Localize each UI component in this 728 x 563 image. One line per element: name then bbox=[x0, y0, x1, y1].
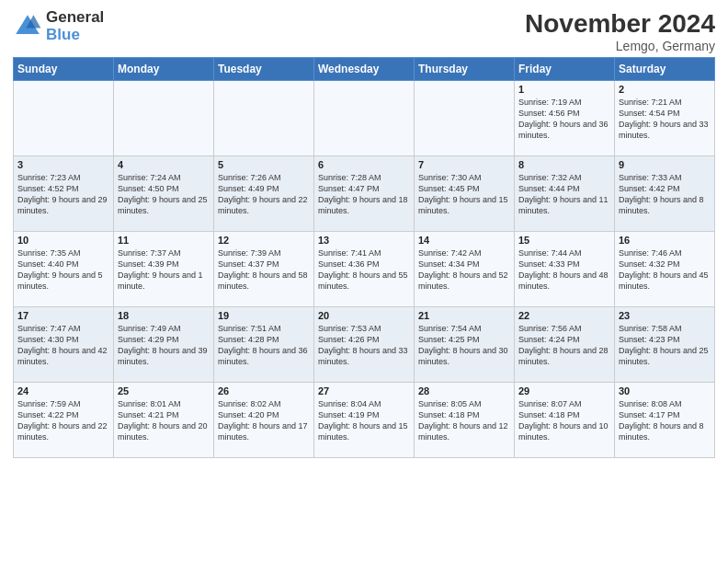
calendar-cell bbox=[314, 81, 415, 156]
day-number: 24 bbox=[17, 385, 109, 396]
day-info: Sunrise: 7:51 AM Sunset: 4:28 PM Dayligh… bbox=[218, 323, 310, 368]
day-number: 15 bbox=[518, 235, 610, 246]
day-info: Sunrise: 7:24 AM Sunset: 4:50 PM Dayligh… bbox=[118, 172, 210, 217]
calendar-header: SundayMondayTuesdayWednesdayThursdayFrid… bbox=[14, 58, 715, 81]
day-info: Sunrise: 7:35 AM Sunset: 4:40 PM Dayligh… bbox=[17, 247, 109, 293]
day-number: 28 bbox=[418, 385, 510, 396]
header-day: Tuesday bbox=[214, 58, 314, 81]
day-info: Sunrise: 7:54 AM Sunset: 4:25 PM Dayligh… bbox=[418, 323, 510, 368]
calendar-cell: 30Sunrise: 8:08 AM Sunset: 4:17 PM Dayli… bbox=[615, 383, 715, 458]
calendar-cell: 14Sunrise: 7:42 AM Sunset: 4:34 PM Dayli… bbox=[415, 232, 515, 307]
day-info: Sunrise: 7:23 AM Sunset: 4:52 PM Dayligh… bbox=[17, 172, 109, 217]
day-number: 17 bbox=[17, 310, 109, 321]
day-info: Sunrise: 7:41 AM Sunset: 4:36 PM Dayligh… bbox=[318, 247, 410, 293]
calendar-week-row: 10Sunrise: 7:35 AM Sunset: 4:40 PM Dayli… bbox=[14, 232, 715, 307]
calendar-cell: 13Sunrise: 7:41 AM Sunset: 4:36 PM Dayli… bbox=[314, 232, 415, 307]
day-number: 18 bbox=[118, 310, 210, 321]
day-number: 3 bbox=[17, 159, 109, 170]
day-number: 12 bbox=[218, 235, 310, 246]
day-number: 19 bbox=[218, 310, 310, 321]
day-info: Sunrise: 7:59 AM Sunset: 4:22 PM Dayligh… bbox=[17, 398, 109, 443]
logo-line2: Blue bbox=[46, 27, 104, 44]
day-number: 10 bbox=[17, 235, 109, 246]
calendar-cell: 17Sunrise: 7:47 AM Sunset: 4:30 PM Dayli… bbox=[14, 307, 114, 383]
day-info: Sunrise: 7:28 AM Sunset: 4:47 PM Dayligh… bbox=[318, 172, 410, 217]
calendar-cell: 5Sunrise: 7:26 AM Sunset: 4:49 PM Daylig… bbox=[214, 156, 314, 232]
calendar-cell: 20Sunrise: 7:53 AM Sunset: 4:26 PM Dayli… bbox=[314, 307, 415, 383]
day-info: Sunrise: 7:37 AM Sunset: 4:39 PM Dayligh… bbox=[118, 247, 210, 293]
calendar-cell: 23Sunrise: 7:58 AM Sunset: 4:23 PM Dayli… bbox=[615, 307, 715, 383]
day-info: Sunrise: 7:39 AM Sunset: 4:37 PM Dayligh… bbox=[218, 247, 310, 293]
calendar-cell: 16Sunrise: 7:46 AM Sunset: 4:32 PM Dayli… bbox=[615, 232, 715, 307]
day-info: Sunrise: 7:46 AM Sunset: 4:32 PM Dayligh… bbox=[619, 247, 711, 293]
day-number: 26 bbox=[218, 385, 310, 396]
day-info: Sunrise: 8:07 AM Sunset: 4:18 PM Dayligh… bbox=[518, 398, 610, 443]
day-number: 8 bbox=[518, 159, 610, 170]
calendar-cell bbox=[14, 81, 114, 156]
header-day: Sunday bbox=[14, 58, 114, 81]
day-info: Sunrise: 8:05 AM Sunset: 4:18 PM Dayligh… bbox=[418, 398, 510, 443]
day-number: 20 bbox=[318, 310, 410, 321]
calendar-cell: 2Sunrise: 7:21 AM Sunset: 4:54 PM Daylig… bbox=[615, 81, 715, 156]
day-number: 4 bbox=[118, 159, 210, 170]
calendar-cell: 4Sunrise: 7:24 AM Sunset: 4:50 PM Daylig… bbox=[114, 156, 214, 232]
calendar-cell: 3Sunrise: 7:23 AM Sunset: 4:52 PM Daylig… bbox=[14, 156, 114, 232]
logo: General Blue bbox=[13, 9, 104, 43]
day-number: 1 bbox=[518, 84, 610, 95]
calendar-cell bbox=[415, 81, 515, 156]
day-number: 23 bbox=[619, 310, 711, 321]
day-info: Sunrise: 7:33 AM Sunset: 4:42 PM Dayligh… bbox=[619, 172, 711, 217]
calendar-cell: 15Sunrise: 7:44 AM Sunset: 4:33 PM Dayli… bbox=[515, 232, 615, 307]
day-info: Sunrise: 7:56 AM Sunset: 4:24 PM Dayligh… bbox=[518, 323, 610, 368]
header-day: Thursday bbox=[415, 58, 515, 81]
day-number: 5 bbox=[218, 159, 310, 170]
day-info: Sunrise: 7:49 AM Sunset: 4:29 PM Dayligh… bbox=[118, 323, 210, 368]
day-info: Sunrise: 7:19 AM Sunset: 4:56 PM Dayligh… bbox=[518, 97, 610, 142]
calendar-week-row: 24Sunrise: 7:59 AM Sunset: 4:22 PM Dayli… bbox=[14, 383, 715, 458]
day-info: Sunrise: 8:08 AM Sunset: 4:17 PM Dayligh… bbox=[619, 398, 711, 443]
day-number: 11 bbox=[118, 235, 210, 246]
page-container: General Blue November 2024 Lemgo, German… bbox=[0, 0, 728, 464]
day-number: 22 bbox=[518, 310, 610, 321]
calendar-cell: 8Sunrise: 7:32 AM Sunset: 4:44 PM Daylig… bbox=[515, 156, 615, 232]
calendar-table: SundayMondayTuesdayWednesdayThursdayFrid… bbox=[13, 57, 715, 458]
day-info: Sunrise: 7:30 AM Sunset: 4:45 PM Dayligh… bbox=[418, 172, 510, 217]
calendar-cell: 25Sunrise: 8:01 AM Sunset: 4:21 PM Dayli… bbox=[114, 383, 214, 458]
day-number: 13 bbox=[318, 235, 410, 246]
calendar-cell: 24Sunrise: 7:59 AM Sunset: 4:22 PM Dayli… bbox=[14, 383, 114, 458]
calendar-cell: 27Sunrise: 8:04 AM Sunset: 4:19 PM Dayli… bbox=[314, 383, 415, 458]
calendar-cell: 11Sunrise: 7:37 AM Sunset: 4:39 PM Dayli… bbox=[114, 232, 214, 307]
calendar-week-row: 17Sunrise: 7:47 AM Sunset: 4:30 PM Dayli… bbox=[14, 307, 715, 383]
day-info: Sunrise: 7:44 AM Sunset: 4:33 PM Dayligh… bbox=[518, 247, 610, 293]
day-info: Sunrise: 7:26 AM Sunset: 4:49 PM Dayligh… bbox=[218, 172, 310, 217]
day-number: 9 bbox=[619, 159, 711, 170]
day-number: 7 bbox=[418, 159, 510, 170]
day-number: 21 bbox=[418, 310, 510, 321]
day-number: 30 bbox=[619, 385, 711, 396]
calendar-cell: 1Sunrise: 7:19 AM Sunset: 4:56 PM Daylig… bbox=[515, 81, 615, 156]
header-day: Monday bbox=[114, 58, 214, 81]
day-number: 29 bbox=[518, 385, 610, 396]
location: Lemgo, Germany bbox=[525, 39, 715, 53]
calendar-cell: 18Sunrise: 7:49 AM Sunset: 4:29 PM Dayli… bbox=[114, 307, 214, 383]
calendar-cell: 21Sunrise: 7:54 AM Sunset: 4:25 PM Dayli… bbox=[415, 307, 515, 383]
header-day: Friday bbox=[515, 58, 615, 81]
title-block: November 2024 Lemgo, Germany bbox=[525, 9, 715, 53]
day-info: Sunrise: 8:01 AM Sunset: 4:21 PM Dayligh… bbox=[118, 398, 210, 443]
day-number: 2 bbox=[619, 84, 711, 95]
day-number: 6 bbox=[318, 159, 410, 170]
day-number: 25 bbox=[118, 385, 210, 396]
header: General Blue November 2024 Lemgo, German… bbox=[13, 9, 715, 53]
day-info: Sunrise: 7:58 AM Sunset: 4:23 PM Dayligh… bbox=[619, 323, 711, 368]
day-number: 16 bbox=[619, 235, 711, 246]
calendar-cell: 9Sunrise: 7:33 AM Sunset: 4:42 PM Daylig… bbox=[615, 156, 715, 232]
calendar-cell: 12Sunrise: 7:39 AM Sunset: 4:37 PM Dayli… bbox=[214, 232, 314, 307]
day-info: Sunrise: 7:47 AM Sunset: 4:30 PM Dayligh… bbox=[17, 323, 109, 368]
calendar-cell: 7Sunrise: 7:30 AM Sunset: 4:45 PM Daylig… bbox=[415, 156, 515, 232]
calendar-week-row: 1Sunrise: 7:19 AM Sunset: 4:56 PM Daylig… bbox=[14, 81, 715, 156]
calendar-cell: 22Sunrise: 7:56 AM Sunset: 4:24 PM Dayli… bbox=[515, 307, 615, 383]
calendar-cell: 10Sunrise: 7:35 AM Sunset: 4:40 PM Dayli… bbox=[14, 232, 114, 307]
day-info: Sunrise: 8:02 AM Sunset: 4:20 PM Dayligh… bbox=[218, 398, 310, 443]
calendar-cell: 19Sunrise: 7:51 AM Sunset: 4:28 PM Dayli… bbox=[214, 307, 314, 383]
header-day: Saturday bbox=[615, 58, 715, 81]
